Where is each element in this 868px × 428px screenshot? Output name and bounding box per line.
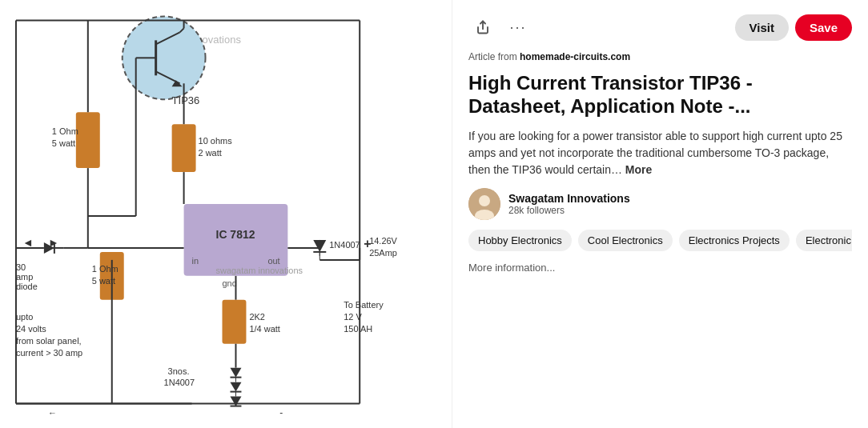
svg-text:2 watt: 2 watt [199,148,222,158]
svg-text:25Amp: 25Amp [369,248,397,258]
svg-text:To Battery: To Battery [344,300,384,310]
svg-rect-60 [223,300,247,344]
svg-text:current > 30 amp: current > 30 amp [16,348,82,358]
save-button[interactable]: Save [795,14,852,41]
svg-text:◄: ◄ [22,236,34,249]
circuit-svg: Swagatam Innovations TIP36 [0,0,452,428]
share-button[interactable] [468,13,497,42]
circuit-diagram-panel: Swagatam Innovations TIP36 [0,0,452,428]
tag-electronics-projects[interactable]: Electronics Projects [679,230,790,251]
svg-rect-20 [172,124,196,172]
author-row: Swagatam Innovations 28k followers [468,188,852,220]
avatar [468,188,500,220]
svg-text:5 watt: 5 watt [52,138,75,148]
svg-rect-15 [76,112,100,168]
svg-text:30: 30 [16,262,26,272]
svg-text:1N4007: 1N4007 [329,240,360,250]
svg-text:1N4007: 1N4007 [164,378,195,387]
author-name[interactable]: Swagatam Innovations [508,192,630,205]
svg-text:amp: amp [16,272,33,282]
article-description: If you are looking for a power transisto… [468,128,852,178]
svg-point-89 [479,195,490,206]
svg-text:upto: upto [16,312,33,322]
article-detail-panel: ··· Visit Save Article from homemade-cir… [452,0,868,428]
svg-text:from solar panel,: from solar panel, [16,336,82,346]
svg-text:3nos.: 3nos. [168,366,190,376]
svg-text:10 ohms: 10 ohms [199,136,233,146]
visit-button[interactable]: Visit [735,14,789,41]
svg-text:24 volts: 24 volts [16,324,46,334]
toolbar: ··· Visit Save [468,13,852,42]
article-source: Article from homemade-circuits.com [468,51,852,62]
svg-text:-: - [279,407,283,418]
svg-text:TIP36: TIP36 [172,94,200,106]
more-link[interactable]: More [625,163,652,176]
svg-text:←: ← [48,408,57,418]
svg-text:150 AH: 150 AH [344,324,372,334]
svg-text:swagatam innovations: swagatam innovations [216,266,303,275]
tag-hobby-electronics[interactable]: Hobby Electronics [468,230,572,251]
svg-text:1 Ohm: 1 Ohm [92,264,119,274]
tags-row: Hobby Electronics Cool Electronics Elect… [468,230,852,252]
more-info-link[interactable]: More information... [468,262,852,274]
svg-text:1 Ohm: 1 Ohm [52,126,78,136]
tag-cool-electronics[interactable]: Cool Electronics [578,230,673,251]
more-options-button[interactable]: ··· [504,13,532,42]
tag-electronic-c[interactable]: Electronic C... [796,230,852,251]
svg-point-2 [123,16,206,99]
author-followers: 28k followers [508,205,630,216]
svg-text:12 V: 12 V [344,312,362,322]
svg-text:in: in [192,256,199,266]
description-text: If you are looking for a power transisto… [468,130,842,176]
article-title: High Current Transistor TIP36 - Datashee… [468,72,852,118]
author-info: Swagatam Innovations 28k followers [508,192,630,216]
svg-text:5 watt: 5 watt [92,276,115,286]
svg-text:1/4 watt: 1/4 watt [249,324,279,334]
circuit-container: Swagatam Innovations TIP36 [0,0,452,428]
svg-text:out: out [267,256,279,266]
svg-text:►: ► [48,236,59,249]
svg-text:14.26V: 14.26V [369,236,397,246]
svg-text:gnd: gnd [223,278,237,288]
source-domain: homemade-circuits.com [520,51,630,62]
svg-text:IC 7812: IC 7812 [216,228,255,241]
svg-text:2K2: 2K2 [249,312,265,322]
source-prefix: Article from [468,51,520,62]
svg-text:diode: diode [16,282,38,291]
